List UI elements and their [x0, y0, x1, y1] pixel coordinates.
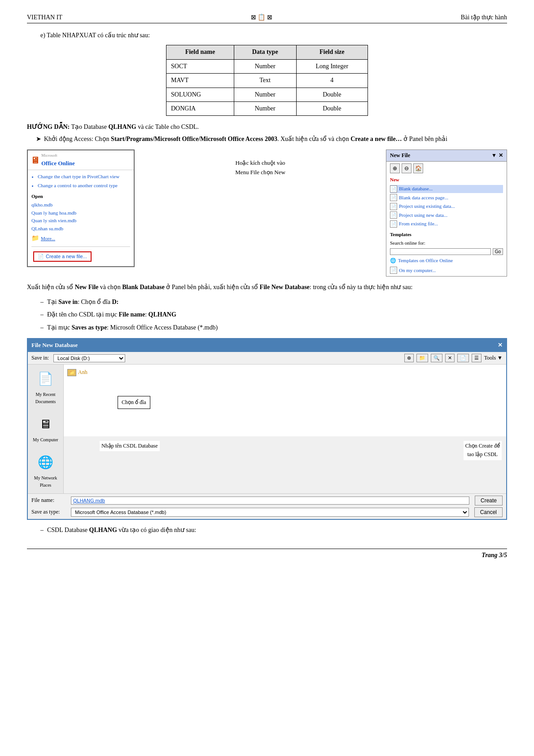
proj-exist-icon: 📄 — [390, 203, 397, 210]
screenshots-row: 🖥 Microsoft Office Online Change the cha… — [27, 149, 507, 277]
toolbar-folder-btn[interactable]: 📄 — [457, 354, 469, 362]
toolbar-search-btn[interactable]: 🔍 — [431, 354, 442, 362]
search-online-label: Search online for: — [390, 239, 503, 247]
saveas-select[interactable]: Microsoft Office Access Database (*.mdb) — [71, 508, 469, 517]
more-link[interactable]: More... — [41, 235, 55, 243]
cancel-button[interactable]: Cancel — [474, 507, 503, 517]
huong-dan-section: HƯỚNG DẪN: Tạo Database QLHANG và các Ta… — [27, 122, 507, 132]
file-new-database-dialog: File New Database ✕ Save in: Local Disk … — [27, 338, 507, 519]
office-panel-body: Change the chart type in PivotChart view… — [28, 170, 134, 266]
save-in-select[interactable]: Local Disk (D:) — [53, 354, 125, 362]
toolbar-delete-btn[interactable]: ✕ — [445, 354, 455, 362]
link-blank-db[interactable]: 📄 Blank database... — [390, 185, 503, 193]
page-number: Trang 3/5 — [481, 552, 507, 559]
sidebar-recent-docs[interactable]: 📄 My RecentDocuments — [35, 369, 56, 405]
new-file-icon: 📄 — [38, 254, 44, 259]
header-right: Bài tập thực hành — [461, 13, 507, 21]
office-online-title: Office Online — [41, 159, 75, 168]
toolbar-tools-label: Tools ▼ — [484, 354, 503, 362]
table-cell: SOCT — [166, 59, 234, 73]
templates-online-label: Templates on Office Online — [398, 257, 453, 265]
proj-exist-label: Project using existing data... — [399, 202, 455, 211]
link-project-existing[interactable]: 📄 Project using existing data... — [390, 202, 503, 211]
office-panel-header: 🖥 Microsoft Office Online — [28, 150, 134, 170]
new-file-label: Create a new file... — [46, 254, 87, 259]
panel-arrow-down[interactable]: ▼ — [491, 151, 497, 160]
recent-docs-label: My RecentDocuments — [35, 391, 56, 405]
table-cell: Text — [234, 74, 296, 88]
network-label: My NetworkPlaces — [34, 475, 57, 489]
office-panel-links[interactable]: qlkho.mdb Quan ly hang hoa.mdb Quan ly s… — [31, 201, 130, 233]
link-blank-access-page[interactable]: 📄 Blank data access page... — [390, 194, 503, 202]
link-sinhvien[interactable]: Quan ly sinh vien.mdb — [31, 217, 130, 225]
network-icon: 🌐 — [38, 453, 53, 473]
search-row: Go — [390, 248, 503, 255]
blank-db-icon: 📄 — [390, 185, 397, 193]
templates-online-link[interactable]: 🌐 Templates on Office Online — [390, 257, 503, 265]
dialog-title-bar: File New Database ✕ — [28, 339, 506, 352]
annotation-name: Nhập tên CSDL Database — [100, 441, 160, 451]
step1-arrow: ➤ — [36, 134, 41, 144]
link-hanghoa[interactable]: Quan ly hang hoa.mdb — [31, 209, 130, 217]
search-input[interactable] — [390, 248, 491, 255]
link-project-new[interactable]: 📄 Project using new data... — [390, 211, 503, 220]
panel-controls[interactable]: ▼ ✕ — [491, 151, 503, 160]
filename-input[interactable] — [71, 497, 469, 505]
table-intro: e) Table NHAPXUAT có cấu trúc như sau: — [40, 31, 507, 40]
page-footer: Trang 3/5 — [27, 549, 507, 559]
caption-text: Hoặc kích chuột vàoMenu File chọn New — [235, 158, 285, 177]
bullet1: Change the chart type in PivotChart view — [38, 173, 130, 181]
table-cell: Double — [296, 88, 368, 101]
link-from-existing[interactable]: 📄 From existing file... — [390, 220, 503, 228]
table-cell: MAVT — [166, 74, 234, 88]
header-left: VIETHAN IT — [27, 14, 62, 21]
huong-dan-label: HƯỚNG DẪN: — [27, 123, 70, 130]
folder-anh-icon: 📁 — [67, 369, 76, 376]
recent-docs-icon: 📄 — [38, 369, 53, 389]
dialog-title-text: File New Database — [31, 341, 78, 350]
file-anh[interactable]: 📁 Anh — [67, 368, 503, 377]
dialog-close-btn[interactable]: ✕ — [498, 341, 503, 350]
toolbar-up-btn[interactable]: 📁 — [416, 354, 428, 362]
toolbar-views-btn[interactable]: ☰ — [472, 354, 481, 362]
on-my-computer-link[interactable]: 📄 On my computer... — [390, 267, 503, 275]
panel-close[interactable]: ✕ — [499, 151, 503, 160]
link-qlkho[interactable]: qlkho.mdb — [31, 201, 130, 209]
toolbar-back-btn[interactable]: ⊕ — [404, 354, 414, 362]
dialog-toolbar: Save in: Local Disk (D:) ⊕ 📁 🔍 ✕ 📄 ☰ Too… — [28, 352, 506, 365]
table-cell: Double — [296, 101, 368, 115]
create-new-file-btn[interactable]: 📄 Create a new file... — [33, 251, 92, 262]
new-file-panel: New File ▼ ✕ ⊕ ⊖ 🏠 New 📄 Blank database.… — [386, 149, 507, 277]
table-cell: SOLUONG — [166, 88, 234, 101]
more-row: 📁 More... — [31, 233, 130, 243]
link-nhansu[interactable]: QLnhan su.mdb — [31, 225, 130, 233]
open-label: Open — [31, 193, 130, 201]
new-file-panel-header: New File ▼ ✕ — [386, 150, 507, 162]
icon-back[interactable]: ⊕ — [390, 163, 400, 173]
table-row: DONGIANumberDouble — [166, 101, 368, 115]
icon-forward[interactable]: ⊖ — [402, 163, 411, 173]
table-cell: 4 — [296, 74, 368, 88]
table-row: SOCTNumberLong Integer — [166, 59, 368, 73]
go-button[interactable]: Go — [493, 248, 503, 255]
table-cell: Number — [234, 88, 296, 101]
blank-db-label: Blank database... — [399, 185, 433, 193]
col-fieldname: Field name — [166, 45, 234, 59]
office-online-panel: 🖥 Microsoft Office Online Change the cha… — [27, 149, 135, 267]
table-cell: Number — [234, 59, 296, 73]
sidebar-my-computer[interactable]: 🖥 My Computer — [33, 414, 58, 444]
create-button[interactable]: Create — [475, 496, 503, 505]
templates-label: Templates — [390, 231, 503, 239]
save-in-label: Save in: — [31, 354, 49, 362]
icon-home[interactable]: 🏠 — [413, 163, 423, 173]
nhapxuat-table: Field name Data type Field size SOCTNumb… — [166, 45, 368, 116]
step1-text: Khởi động Access: Chọn Start/Programs/Mi… — [44, 134, 447, 144]
annotations-area: Chọn ổ đĩa Nhập tên CSDL Database Chọn C… — [64, 436, 506, 439]
from-exist-icon: 📄 — [390, 220, 397, 228]
blank-page-label: Blank data access page... — [399, 194, 448, 202]
header-center: ⊠ 📋 ⊠ — [251, 13, 272, 21]
sidebar-network[interactable]: 🌐 My NetworkPlaces — [34, 453, 57, 489]
dash-item-2: – Đặt tên cho CSDL tại mục File name: QL… — [40, 310, 507, 320]
col-fieldsize: Field size — [296, 45, 368, 59]
page-header: VIETHAN IT ⊠ 📋 ⊠ Bài tập thực hành — [27, 13, 507, 23]
